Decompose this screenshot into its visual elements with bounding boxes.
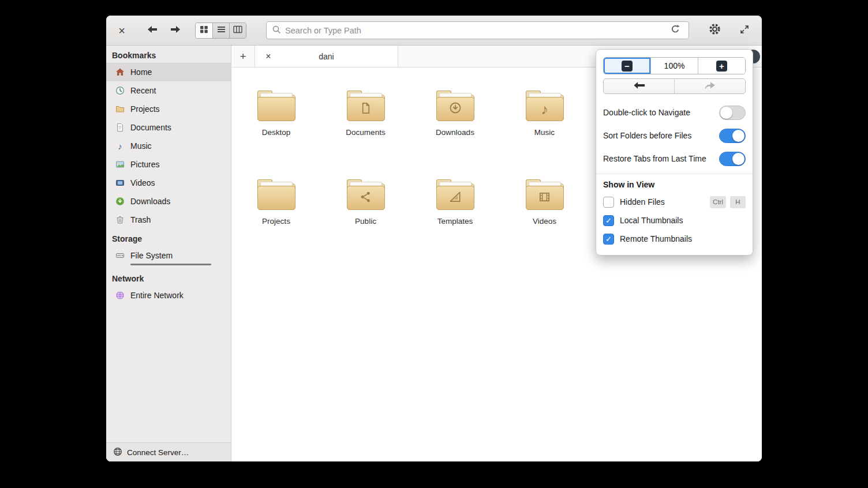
sidebar-item-label: Entire Network (130, 291, 184, 300)
folder-icon (257, 183, 295, 210)
zoom-in-button[interactable]: + (698, 58, 745, 74)
double-click-toggle[interactable] (719, 106, 746, 120)
sidebar-item-downloads[interactable]: Downloads (106, 192, 231, 211)
plus-icon: + (240, 50, 246, 62)
search-input[interactable] (285, 26, 663, 35)
file-item-desktop[interactable]: Desktop (231, 85, 321, 174)
pref-double-click: Double-click to Navigate (603, 101, 746, 124)
tab-title: dani (319, 52, 334, 61)
sidebar-item-label: Trash (130, 215, 151, 224)
preferences-list: Double-click to Navigate Sort Folders be… (603, 101, 746, 170)
file-item-public[interactable]: Public (321, 174, 410, 263)
network-icon (115, 291, 125, 300)
connect-server-label: Connect Server… (127, 448, 189, 457)
connect-server-button[interactable]: Connect Server… (106, 442, 231, 461)
sidebar: Bookmarks Home Recent Projects (106, 46, 231, 461)
undo-button[interactable] (604, 79, 674, 93)
remote-thumbnails-checkbox[interactable]: ✓ (603, 234, 614, 245)
sidebar-item-label: Documents (130, 123, 171, 132)
folder-icon (436, 183, 474, 210)
file-item-documents[interactable]: Documents (321, 85, 410, 174)
restore-tabs-toggle[interactable] (719, 152, 746, 166)
downloads-icon (115, 197, 125, 206)
back-button[interactable] (144, 23, 160, 38)
file-item-videos[interactable]: Videos (500, 174, 589, 263)
column-view-button[interactable] (229, 23, 246, 38)
option-hidden-files: ✓ Hidden Files Ctrl H (603, 193, 746, 211)
folder-icon (115, 104, 125, 114)
popover-separator (596, 174, 753, 174)
sidebar-item-music[interactable]: ♪ Music (106, 137, 231, 155)
history-buttons (603, 78, 746, 94)
zoom-level[interactable]: 100% (650, 58, 698, 74)
pref-restore-tabs: Restore Tabs from Last Time (603, 147, 746, 170)
bookmarks-section-title: Bookmarks (106, 46, 231, 63)
gear-icon (708, 22, 721, 38)
file-label: Downloads (436, 128, 474, 137)
expand-icon (739, 24, 750, 37)
reload-button[interactable] (667, 22, 683, 39)
path-search-field (266, 21, 689, 39)
new-tab-button[interactable]: + (231, 46, 255, 67)
folder-icon: ♪ (526, 95, 564, 121)
redo-arrow-icon (704, 81, 716, 91)
settings-button[interactable] (706, 22, 723, 39)
list-view-button[interactable] (212, 23, 229, 38)
folder-icon (436, 95, 474, 121)
file-label: Documents (346, 128, 385, 137)
sidebar-item-home[interactable]: Home (106, 63, 231, 81)
sidebar-item-videos[interactable]: Videos (106, 174, 231, 192)
sidebar-item-pictures[interactable]: Pictures (106, 155, 231, 174)
pref-label: Double-click to Navigate (603, 108, 690, 117)
local-thumbnails-checkbox[interactable]: ✓ (603, 215, 614, 226)
sidebar-item-file-system[interactable]: File System (106, 246, 231, 269)
sort-folders-toggle[interactable] (719, 129, 746, 143)
sidebar-item-entire-network[interactable]: Entire Network (106, 286, 231, 305)
zoom-out-button[interactable]: − (604, 58, 650, 74)
forward-button[interactable] (167, 23, 184, 38)
redo-button[interactable] (674, 79, 745, 93)
file-item-templates[interactable]: Templates (410, 174, 500, 263)
videos-icon (115, 178, 125, 187)
hidden-files-checkbox[interactable]: ✓ (603, 197, 614, 208)
sidebar-item-label: Videos (130, 178, 155, 187)
view-switcher (195, 22, 246, 39)
option-label: Remote Thumbnails (620, 234, 692, 243)
reload-icon (670, 24, 680, 37)
settings-popover: − 100% + Double-click to Navigate (596, 49, 753, 256)
file-item-projects[interactable]: Projects (231, 174, 321, 263)
storage-section-title: Storage (106, 229, 231, 246)
download-emblem-icon (448, 101, 462, 117)
check-icon: ✓ (605, 217, 612, 224)
sidebar-item-trash[interactable]: Trash (106, 211, 231, 229)
zoom-in-icon: + (716, 61, 727, 72)
sidebar-item-label: File System (130, 251, 173, 260)
file-item-downloads[interactable]: Downloads (410, 85, 500, 174)
undo-arrow-icon (633, 81, 645, 91)
sidebar-item-recent[interactable]: Recent (106, 81, 231, 100)
toolbar: × (106, 16, 762, 46)
storage-usage-bar (130, 264, 211, 265)
key-ctrl: Ctrl (710, 196, 726, 208)
file-label: Projects (262, 217, 290, 226)
zoom-out-icon: − (622, 61, 633, 72)
fullscreen-button[interactable] (736, 22, 753, 39)
grid-view-button[interactable] (196, 23, 212, 38)
sidebar-item-projects[interactable]: Projects (106, 100, 231, 118)
sidebar-item-label: Home (130, 67, 152, 77)
tab-dani[interactable]: × dani (255, 46, 398, 67)
file-item-music[interactable]: ♪ Music (500, 85, 589, 174)
network-section-title: Network (106, 269, 231, 286)
sidebar-item-documents[interactable]: Documents (106, 118, 231, 137)
trash-icon (115, 215, 125, 224)
desktop-background: { "icons": { "window_close": "×", "tab_c… (0, 0, 868, 488)
window-close-button[interactable]: × (114, 23, 129, 38)
file-label: Templates (437, 217, 473, 226)
tab-close-button[interactable]: × (263, 51, 274, 62)
pictures-icon (115, 160, 125, 169)
key-h: H (730, 196, 746, 208)
back-arrow-icon (146, 24, 159, 37)
pref-sort-folders: Sort Folders before Files (603, 124, 746, 147)
column-view-icon (233, 25, 242, 36)
pref-label: Sort Folders before Files (603, 131, 691, 140)
